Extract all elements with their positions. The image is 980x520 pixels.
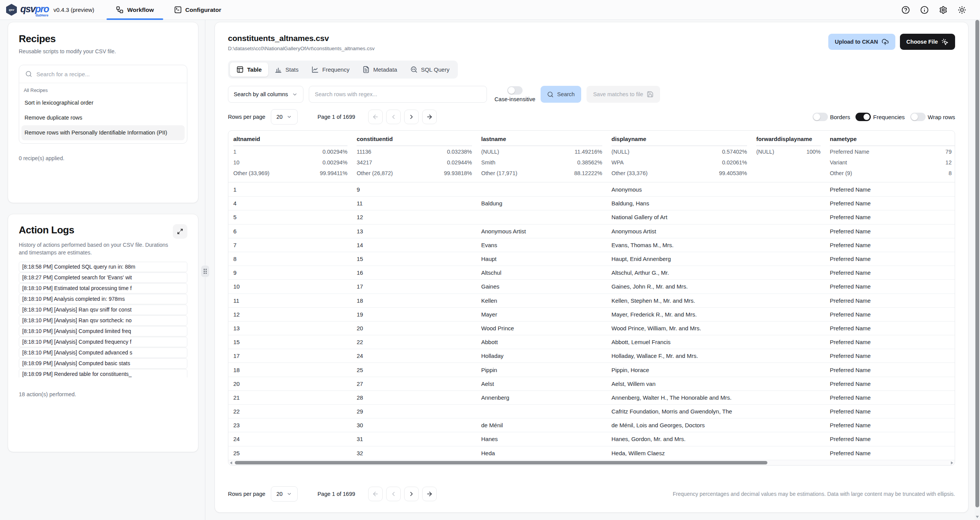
table-cell: Annenberg, Walter H., The Honorable and … [611,394,756,401]
prev-page-button[interactable] [386,110,401,124]
line-chart-icon [311,66,319,73]
vertical-scrollbar-thumb[interactable] [975,20,979,507]
toggle-switch[interactable] [813,113,828,121]
table-row[interactable]: 512National Gallery of ArtPreferred Name [228,210,955,224]
table-cell: Preferred Name [830,283,955,290]
scroll-down-arrow[interactable] [976,516,979,518]
tab-table[interactable]: Table [230,62,268,77]
table-row[interactable]: 2229Cafritz Foundation, Morris and Gwend… [228,404,955,418]
data-table: altnameid10.00294%100.00294%Other (33,96… [228,130,955,466]
view-toggle-wrap-rows: Wrap rows [910,113,955,121]
frequency-value: 34217 [357,159,372,166]
tab-metadata[interactable]: Metadata [356,62,404,77]
first-page-button[interactable] [368,110,383,124]
table-cell: Preferred Name [830,200,955,207]
rows-per-page-value: 20 [277,114,283,120]
table-row[interactable]: 411BaldungBaldung, HansPreferred Name [228,196,955,210]
table-row[interactable]: 1320Wood PrinceWood Prince, William, Mr.… [228,321,955,335]
frequency-value: 10 [233,159,239,166]
table-row[interactable]: 815HauptHaupt, Enid AnnenbergPreferred N… [228,252,955,266]
search-code-icon [410,66,418,73]
next-page-button[interactable] [404,110,419,124]
search-column-select[interactable]: Search by all columns [228,86,303,103]
tab-frequency[interactable]: Frequency [305,62,356,77]
prev-page-button-bottom[interactable] [386,487,401,501]
top-pagination-row: Rows per page 20 Page 1 of 1699 BordersF… [228,109,955,125]
tab-sql-query[interactable]: SQL Query [404,62,456,77]
action-logs-title: Action Logs [19,224,74,236]
info-button[interactable] [920,6,929,14]
window-vertical-scrollbar [975,0,980,520]
table-row[interactable]: 613Anonymous ArtistAnonymous ArtistPrefe… [228,224,955,238]
last-page-button[interactable] [422,110,437,124]
table-cell: Wood Prince [481,325,611,331]
help-button[interactable] [901,6,910,14]
table-cell: Heda, Willem Claesz [611,450,756,456]
frequency-value: (NULL) [756,149,774,155]
search-icon [25,71,32,77]
table-row[interactable]: 2128AnnenbergAnnenberg, Walter H., The H… [228,390,955,404]
panel-resize-handle[interactable] [201,266,209,277]
table-cell: Preferred Name [830,325,955,331]
case-insensitive-toggle[interactable] [507,86,523,95]
first-page-button-bottom[interactable] [368,487,383,501]
nav-tab-workflow[interactable]: Workflow [106,0,164,20]
scroll-right-arrow[interactable] [951,461,953,464]
table-cell: Pippin [481,367,611,373]
column-name: altnameid [233,136,347,146]
logo-wordmark: qsvpro datHere [20,4,49,15]
table-row[interactable]: 714EvansEvans, Thomas M., Mrs.Preferred … [228,238,955,252]
recipe-item[interactable]: Remove rows with Personally Identifiable… [21,125,185,140]
table-row[interactable]: 2431HanesHanes, Gordon, Mr. and Mrs.Pref… [228,432,955,446]
table-cell: 13 [357,228,481,235]
expand-logs-button[interactable] [173,224,187,239]
scroll-left-arrow[interactable] [230,461,232,464]
app-version: v0.4.3 (preview) [53,7,94,13]
table-row[interactable]: 2330de Ménilde Ménil, Lois and Georges, … [228,418,955,432]
recipe-item[interactable]: Sort in lexicographical order [21,95,185,110]
settings-button[interactable] [939,6,947,14]
tab-stats[interactable]: Stats [268,62,305,77]
recipe-item[interactable]: Remove duplicate rows [21,110,185,125]
table-row[interactable]: 2027AelstAelst, Willem vanPreferred Name [228,377,955,390]
rows-per-page-select[interactable]: 20 [271,109,298,125]
table-row[interactable]: 1522AbbottAbbott, Lemuel FrancisPreferre… [228,335,955,349]
rows-per-page-label: Rows per page [228,114,265,120]
table-search-bar: Search by all columns Case-insensitive S… [228,86,955,103]
table-cell: Baldung, Hans [611,200,756,207]
file-text-icon [362,66,370,73]
table-row[interactable]: 2532HedaHeda, Willem ClaeszPreferred Nam… [228,446,955,460]
next-page-button-bottom[interactable] [404,487,419,501]
chevron-down-icon [292,92,298,97]
table-row[interactable]: 1219MayerMayer, Frederick R., Mr. and Mr… [228,307,955,321]
gear-icon [939,6,947,14]
upload-to-ckan-button[interactable]: Upload to CKAN [828,34,895,50]
cloud-upload-icon [882,38,889,46]
last-page-button-bottom[interactable] [422,487,437,501]
table-row[interactable]: 1118KellenKellen, Stephen M., Mr. and Mr… [228,294,955,307]
frequency-value: Variant [830,159,847,166]
tab-label: SQL Query [421,66,449,73]
rows-per-page-value: 20 [277,491,283,497]
toggle-switch[interactable] [910,113,926,121]
recipes-subtitle: Reusable scripts to modify your CSV file… [19,48,187,56]
table-row[interactable]: 1825PippinPippin, HoracePreferred Name [228,363,955,376]
table-cell: 24 [228,436,357,442]
toggle-switch[interactable] [855,113,871,121]
rows-per-page-select-bottom[interactable]: 20 [271,486,298,502]
table-cell: Evans, Thomas M., Mrs. [611,242,756,248]
toggle-knob [508,87,515,94]
recipe-search-input[interactable] [36,71,181,77]
regex-search-input[interactable] [309,86,487,103]
table-row[interactable]: 1017GainesGaines, John R., Mr. and Mrs.P… [228,279,955,293]
choose-file-button[interactable]: Choose File [900,34,955,50]
table-row[interactable]: 1724HolladayHolladay, Wallace F., Mr. an… [228,349,955,363]
theme-toggle-button[interactable] [958,6,966,14]
search-button[interactable]: Search [541,86,581,103]
nav-tab-configurator[interactable]: Configurator [164,0,231,20]
table-row[interactable]: 916AltschulAltschul, Arthur G., Mr.Prefe… [228,266,955,279]
save-matches-button[interactable]: Save matches to file [587,86,660,103]
table-cell: National Gallery of Art [611,214,756,220]
table-row[interactable]: 19AnonymousPreferred Name [228,182,955,196]
horizontal-scrollbar-thumb[interactable] [235,461,767,464]
